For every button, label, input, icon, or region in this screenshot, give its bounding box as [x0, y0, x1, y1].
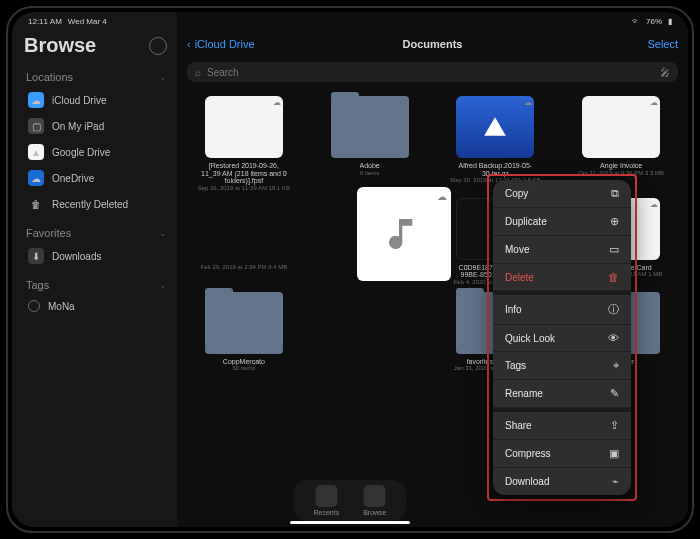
downloads-icon: ⬇︎	[28, 248, 44, 264]
chevron-left-icon: ‹	[187, 38, 191, 50]
select-button[interactable]: Select	[647, 38, 678, 50]
sidebar-item-icloud[interactable]: ☁︎iCloud Drive	[24, 87, 167, 113]
section-header-favorites[interactable]: Favorites⌄	[26, 227, 167, 239]
file-item[interactable]: ☁︎ [Restored 2019-09-26, 11_39 AM (218 i…	[187, 96, 301, 192]
ctx-tags[interactable]: Tags⌖	[493, 352, 631, 380]
file-item[interactable]	[313, 292, 427, 372]
battery-icon: ▮	[668, 17, 672, 26]
folder-icon	[331, 96, 409, 158]
app-icon: ☁︎	[456, 96, 534, 158]
ipad-icon: ▢	[28, 118, 44, 134]
sidebar: Browse Locations⌄ ☁︎iCloud Drive ▢On My …	[12, 12, 177, 527]
mic-icon[interactable]: 🎤︎	[660, 67, 670, 78]
back-button[interactable]: ‹ iCloud Drive	[187, 38, 255, 50]
search-input[interactable]: ⌕ Search 🎤︎	[187, 62, 678, 82]
eye-icon: 👁	[608, 332, 619, 344]
ctx-copy[interactable]: Copy⧉	[493, 180, 631, 208]
chevron-down-icon: ⌄	[159, 72, 167, 82]
sidebar-item-onedrive[interactable]: ☁︎OneDrive	[24, 165, 167, 191]
music-note-icon	[384, 214, 424, 254]
tag-circle-icon	[28, 300, 40, 312]
cloud-download-icon: ☁︎	[650, 98, 658, 107]
topbar: ‹ iCloud Drive Documents Select	[177, 30, 688, 58]
ctx-info[interactable]: Infoⓘ	[493, 295, 631, 325]
ctx-move[interactable]: Move▭	[493, 236, 631, 264]
document-icon: ☁︎	[205, 96, 283, 158]
onedrive-icon: ☁︎	[28, 170, 44, 186]
info-icon: ⓘ	[608, 302, 619, 317]
search-icon: ⌕	[195, 67, 201, 78]
sidebar-item-tag-mona[interactable]: MoNa	[24, 295, 167, 317]
archive-icon: ▣	[609, 447, 619, 460]
file-item-selected[interactable]: Feb 29, 2019 at 2:34 PM 9.4 MB	[187, 198, 301, 286]
file-item[interactable]: Adobe 0 items	[313, 96, 427, 192]
ctx-compress[interactable]: Compress▣	[493, 440, 631, 468]
duplicate-icon: ⊕	[610, 215, 619, 228]
context-menu-highlight: Copy⧉ Duplicate⊕ Move▭ Delete🗑 Infoⓘ Qui…	[487, 174, 637, 501]
cloud-icon: ☁︎	[28, 92, 44, 108]
context-menu: Copy⧉ Duplicate⊕ Move▭ Delete🗑 Infoⓘ Qui…	[493, 180, 631, 495]
trash-icon: 🗑	[28, 196, 44, 212]
screen: 12:11 AM Wed Mar 4 ᯤ 76% ▮ Browse Locati…	[12, 12, 688, 527]
cloud-download-icon: ☁︎	[437, 191, 447, 202]
ctx-share[interactable]: Share⇪	[493, 412, 631, 440]
tag-icon: ⌖	[613, 359, 619, 372]
status-time: 12:11 AM	[28, 17, 62, 26]
ctx-rename[interactable]: Rename✎	[493, 380, 631, 408]
ctx-delete[interactable]: Delete🗑	[493, 264, 631, 291]
sidebar-item-downloads[interactable]: ⬇︎Downloads	[24, 243, 167, 269]
ctx-quicklook[interactable]: Quick Look👁	[493, 325, 631, 352]
dock-browse[interactable]: Browse	[363, 485, 386, 516]
folder-icon	[205, 292, 283, 354]
status-bar: 12:11 AM Wed Mar 4 ᯤ 76% ▮	[12, 12, 688, 30]
clock-icon	[315, 485, 337, 507]
chevron-down-icon: ⌄	[159, 280, 167, 290]
selected-file-preview[interactable]: ☁︎	[357, 187, 451, 281]
file-item[interactable]: CoppMercato 50 items	[187, 292, 301, 372]
home-indicator[interactable]	[290, 521, 410, 524]
copy-icon: ⧉	[611, 187, 619, 200]
share-icon: ⇪	[610, 419, 619, 432]
folder-icon: ▭	[609, 243, 619, 256]
ipad-device-frame: 12:11 AM Wed Mar 4 ᯤ 76% ▮ Browse Locati…	[6, 6, 694, 533]
sidebar-title: Browse	[24, 34, 96, 57]
dock: Recents Browse	[293, 480, 406, 521]
cloud-download-icon: ☁︎	[524, 98, 532, 107]
cloud-download-icon: ⌁	[612, 475, 619, 488]
google-drive-icon: ▲	[28, 144, 44, 160]
sidebar-item-googledrive[interactable]: ▲Google Drive	[24, 139, 167, 165]
chevron-down-icon: ⌄	[159, 228, 167, 238]
ctx-duplicate[interactable]: Duplicate⊕	[493, 208, 631, 236]
wifi-icon: ᯤ	[632, 17, 640, 26]
trash-icon: 🗑	[608, 271, 619, 283]
section-header-locations[interactable]: Locations⌄	[26, 71, 167, 83]
pencil-icon: ✎	[610, 387, 619, 400]
document-icon: ☁︎	[582, 96, 660, 158]
ctx-download[interactable]: Download⌁	[493, 468, 631, 495]
cloud-download-icon: ☁︎	[273, 98, 281, 107]
files-app: Browse Locations⌄ ☁︎iCloud Drive ▢On My …	[12, 12, 688, 527]
more-icon[interactable]	[149, 37, 167, 55]
section-header-tags[interactable]: Tags⌄	[26, 279, 167, 291]
dock-recents[interactable]: Recents	[313, 485, 339, 516]
main-content: ‹ iCloud Drive Documents Select ⌕ Search…	[177, 12, 688, 527]
battery-percent: 76%	[646, 17, 662, 26]
folder-icon	[364, 485, 386, 507]
sidebar-item-onmyipad[interactable]: ▢On My iPad	[24, 113, 167, 139]
sidebar-item-recentlydeleted[interactable]: 🗑Recently Deleted	[24, 191, 167, 217]
cloud-download-icon: ☁︎	[650, 200, 658, 209]
search-placeholder: Search	[207, 67, 239, 78]
status-date: Wed Mar 4	[68, 17, 107, 26]
